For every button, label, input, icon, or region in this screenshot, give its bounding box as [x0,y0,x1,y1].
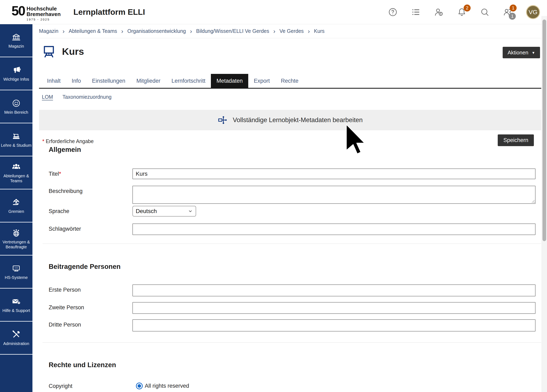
sidebar-item-label: HS-Systeme [5,275,28,280]
copyright-radio-selected[interactable] [136,383,143,389]
notifications-bell-icon[interactable]: 2 [457,7,466,17]
section-title-allgemein: Allgemein [49,146,81,154]
sprache-select[interactable]: Deutsch [132,206,196,216]
textarea-resize-grip[interactable] [532,200,534,203]
sidebar-item-label: Administration [3,341,29,346]
subtab-lom[interactable]: LOM [42,94,53,101]
breadcrumb-current[interactable]: Kurs [314,28,324,34]
sub-tab-bar: LOM Taxonomiezuordnung [42,94,111,101]
sidebar-item-hs-systeme[interactable]: HS-Systeme [0,256,33,289]
metadata-nodes-icon [218,115,227,125]
tab-rechte[interactable]: Rechte [275,74,304,88]
books-icon [12,132,21,141]
save-button[interactable]: Speichern [498,135,534,146]
edit-full-metadata-label: Vollständige Lernobjekt-Metadaten bearbe… [233,116,363,124]
breadcrumb-separator: › [190,28,192,34]
logo-name-line2: Bremerhaven [27,12,61,17]
sidebar-item-mein-bereich[interactable]: Mein Bereich [0,90,33,123]
top-header: 50 Hochschule Bremerhaven 1975 - 2025 Le… [0,0,547,24]
sidebar-item-lehre-studium[interactable]: Lehre & Studium [0,123,33,156]
sidebar-item-hilfe-support[interactable]: ? Hilfe & Support [0,289,33,322]
sidebar-item-label: Mein Bereich [4,110,28,115]
breadcrumb: Magazin › Abteilungen & Teams › Organisa… [39,24,541,38]
tab-lernfortschritt[interactable]: Lernfortschritt [166,74,211,88]
tab-bar: Inhalt Info Einstellungen Mitglieder Ler… [39,74,541,89]
contacts-icon[interactable]: 1 1 [503,7,513,17]
tab-einstellungen[interactable]: Einstellungen [86,74,131,88]
zweite-person-label: Zweite Person [49,302,132,311]
dritte-person-label: Dritte Person [49,319,132,328]
beschreibung-label: Beschreibung [49,186,132,194]
main-content: Magazin › Abteilungen & Teams › Organisa… [33,24,547,392]
dritte-person-input[interactable] [132,319,535,331]
tab-export[interactable]: Export [248,74,275,88]
required-note-text: Erforderliche Angabe [46,138,94,144]
edit-full-metadata-banner[interactable]: Vollständige Lernobjekt-Metadaten bearbe… [39,110,541,130]
section-divider [42,342,541,343]
tab-inhalt[interactable]: Inhalt [41,74,66,88]
logo-years: 1975 - 2025 [27,18,61,21]
breadcrumb-link[interactable]: Magazin [39,28,59,34]
university-logo[interactable]: 50 Hochschule Bremerhaven 1975 - 2025 [12,3,61,21]
sidebar-item-label: Gremien [8,209,24,214]
search-icon[interactable] [480,7,490,17]
erste-person-input[interactable] [132,284,535,296]
tab-info[interactable]: Info [66,74,86,88]
schlagwoerter-input[interactable] [132,223,535,235]
schlagwoerter-label: Schlagwörter [49,223,132,232]
vertical-scrollbar-thumb[interactable] [542,20,546,241]
course-easel-icon [42,44,56,58]
titel-input[interactable] [132,169,535,179]
required-note: * Erforderliche Angabe [42,138,94,144]
tools-icon [12,330,21,339]
vertical-scrollbar-track[interactable] [542,16,547,392]
sidebar-item-abteilungen-teams[interactable]: Abteilungen & Teams [0,156,33,189]
group-icon [12,162,21,172]
globe-people-icon [12,228,21,238]
actions-button[interactable]: Aktionen ▼ [503,47,540,58]
app-title: Lernplattform ELLI [73,7,145,17]
breadcrumb-link[interactable]: Ve Gerdes [280,28,304,34]
subtab-taxonomiezuordnung[interactable]: Taxonomiezuordnung [62,94,111,101]
sidebar-item-gremien[interactable]: Gremien [0,189,33,223]
monitor-icon [12,264,21,273]
sprache-label: Sprache [49,206,132,215]
breadcrumb-separator: › [121,28,123,34]
breadcrumb-separator: › [273,28,275,34]
breadcrumb-link[interactable]: Organisationsentwicklung [127,28,186,34]
breadcrumb-link[interactable]: Abteilungen & Teams [69,28,117,34]
erste-person-label: Erste Person [49,284,132,293]
sidebar-item-label: Abteilungen & Teams [1,173,32,183]
bank-icon [12,33,21,42]
actions-button-label: Aktionen [508,49,528,56]
contacts-badge-new: 1 [510,5,517,12]
copyright-label: Copyright [49,382,132,389]
section-title-rechte: Rechte und Lizenzen [49,361,116,369]
main-sidebar: Magazin Wichtige Infos Mein Bereich [0,24,33,392]
sidebar-item-magazin[interactable]: Magazin [0,24,33,57]
tab-metadaten[interactable]: Metadaten [211,74,248,88]
awareness-person-icon[interactable] [434,7,444,17]
copyright-option-label: All rights reserved [145,383,189,389]
notifications-badge: 2 [464,5,471,12]
sidebar-item-wichtige-infos[interactable]: Wichtige Infos [0,57,33,90]
user-avatar[interactable]: VG [526,5,540,19]
main-menu-list-icon[interactable] [411,7,421,17]
committee-icon [12,198,21,207]
breadcrumb-link[interactable]: Bildung/Wissen/ELLI Ve Gerdes [196,28,269,34]
sidebar-item-vertretungen[interactable]: Vertretungen & Beauftragte [0,223,33,256]
svg-text:?: ? [18,302,20,304]
sidebar-item-label: Wichtige Infos [3,77,29,82]
breadcrumb-separator: › [308,28,310,34]
help-icon[interactable] [388,7,397,17]
breadcrumb-separator: › [63,28,65,34]
beschreibung-textarea[interactable] [132,186,535,204]
sidebar-item-administration[interactable]: Administration [0,322,33,355]
tab-mitglieder[interactable]: Mitglieder [131,74,166,88]
zweite-person-input[interactable] [132,302,535,314]
required-asterisk: * [59,171,61,177]
logo-name-line1: Hochschule [27,6,61,12]
app-window: 50 Hochschule Bremerhaven 1975 - 2025 Le… [0,0,547,392]
section-title-beitragende: Beitragende Personen [49,263,121,270]
sidebar-item-label: Magazin [8,44,24,49]
